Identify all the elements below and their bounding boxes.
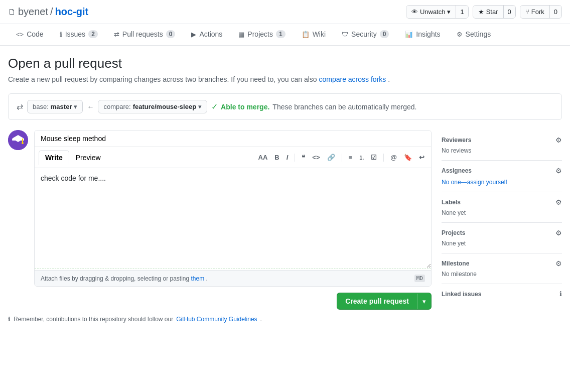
star-btn-group: ★ Star 0	[473, 5, 516, 19]
milestone-value: No milestone	[442, 271, 562, 278]
tab-preview[interactable]: Preview	[69, 150, 107, 165]
pr-icon: ⇄	[114, 31, 119, 38]
merge-status: ✓ Able to merge. These branches can be a…	[211, 102, 416, 111]
base-branch-select[interactable]: base: master ▾	[27, 100, 83, 113]
create-pr-button-group: Create pull request ▾	[337, 293, 432, 310]
toolbar-task-list-btn[interactable]: ☑	[368, 152, 379, 163]
info-icon: ℹ	[8, 316, 11, 323]
page-subtitle: Create a new pull request by comparing c…	[8, 75, 562, 83]
chevron-down-icon: ▾	[447, 8, 451, 16]
compare-chevron-icon: ▾	[198, 103, 202, 110]
pr-form-with-avatar: Write Preview AA B I ❝ <> 🔗 ≡	[8, 130, 432, 287]
footer-note: ℹ Remember, contributions to this reposi…	[8, 316, 432, 323]
pr-body-textarea[interactable]: check code for me....	[35, 168, 431, 269]
issues-icon: ℹ	[60, 31, 62, 38]
create-pr-button[interactable]: Create pull request	[337, 293, 417, 309]
reviewers-section: Reviewers ⚙ No reviews	[442, 130, 562, 161]
pr-form-layout: Write Preview AA B I ❝ <> 🔗 ≡	[8, 130, 562, 323]
actions-icon: ▶	[191, 31, 196, 38]
toolbar-link-btn[interactable]: 🔗	[325, 152, 338, 163]
insights-icon: 📊	[405, 31, 413, 38]
page-title: Open a pull request	[8, 56, 562, 71]
repo-nav: <> Code ℹ Issues 2 ⇄ Pull requests 0 ▶ A…	[0, 24, 570, 46]
projects-section: Projects ⚙ None yet	[442, 223, 562, 253]
toolbar-heading-btn[interactable]: AA	[256, 152, 270, 163]
pr-title-input[interactable]	[35, 130, 431, 147]
assignees-value[interactable]: No one—assign yourself	[442, 179, 507, 186]
labels-gear-button[interactable]: ⚙	[555, 198, 562, 206]
attach-bar: Attach files by dragging & dropping, sel…	[35, 270, 431, 286]
watch-btn-group: 👁 Unwatch ▾ 1	[406, 5, 469, 19]
tab-insights[interactable]: 📊 Insights	[397, 24, 448, 45]
milestone-gear-button[interactable]: ⚙	[555, 259, 562, 268]
watch-button[interactable]: 👁 Unwatch ▾	[406, 6, 456, 18]
tab-projects[interactable]: ▦ Projects 1	[230, 24, 293, 45]
community-guidelines-link[interactable]: GitHub Community Guidelines	[176, 316, 257, 323]
compare-forks-link[interactable]: compare across forks	[319, 75, 386, 83]
main-content: Open a pull request Create a new pull re…	[0, 46, 570, 333]
tab-wiki[interactable]: 📋 Wiki	[294, 24, 334, 45]
toolbar-mention-btn[interactable]: @	[388, 152, 399, 163]
toolbar-reference-btn[interactable]: 🔖	[401, 152, 414, 163]
repo-sep: /	[50, 6, 53, 18]
toolbar-quote-btn[interactable]: ❝	[299, 152, 308, 163]
assignees-section: Assignees ⚙ No one—assign yourself	[442, 161, 562, 192]
projects-title: Projects	[442, 229, 465, 236]
fork-btn-group: ⑂ Fork 0	[520, 5, 562, 19]
tab-security[interactable]: 🛡 Security 0	[334, 24, 397, 45]
fork-icon: ⑂	[525, 8, 529, 16]
tab-actions[interactable]: ▶ Actions	[183, 24, 230, 45]
projects-icon: ▦	[238, 31, 244, 38]
toolbar-divider-2	[342, 154, 342, 162]
pr-form-main: Write Preview AA B I ❝ <> 🔗 ≡	[8, 130, 432, 323]
projects-badge: 1	[276, 30, 286, 38]
check-icon: ✓	[211, 102, 218, 111]
tab-write[interactable]: Write	[39, 150, 69, 165]
attach-text: Attach files by dragging & dropping, sel…	[41, 275, 208, 282]
labels-value: None yet	[442, 209, 562, 216]
base-chevron-icon: ▾	[74, 103, 77, 110]
toolbar-reply-btn[interactable]: ↩	[416, 152, 427, 163]
toolbar-bold-btn[interactable]: B	[272, 152, 281, 163]
chevron-down-icon: ▾	[422, 298, 426, 305]
attach-link[interactable]: them	[191, 275, 205, 282]
shield-icon: 🛡	[342, 31, 348, 38]
repo-name[interactable]: hoc-git	[55, 6, 89, 18]
star-button[interactable]: ★ Star	[473, 6, 503, 18]
toolbar-unordered-list-btn[interactable]: ≡	[346, 152, 355, 163]
branch-swap-icon: ⇄	[17, 102, 23, 111]
toolbar-divider-1	[295, 154, 295, 162]
tab-issues[interactable]: ℹ Issues 2	[52, 24, 106, 45]
create-pr-dropdown-button[interactable]: ▾	[417, 294, 431, 309]
top-bar: 🗋 byenet / hoc-git 👁 Unwatch ▾ 1 ★ Star …	[0, 0, 570, 24]
editor-tab-list: Write Preview	[39, 150, 107, 165]
wiki-icon: 📋	[302, 31, 310, 38]
assignees-gear-button[interactable]: ⚙	[555, 167, 562, 175]
linked-issues-title: Linked issues	[442, 291, 481, 298]
toolbar-italic-btn[interactable]: I	[284, 152, 291, 163]
reviewers-gear-button[interactable]: ⚙	[555, 136, 562, 144]
editor-tabs-bar: Write Preview AA B I ❝ <> 🔗 ≡	[35, 147, 431, 168]
projects-gear-button[interactable]: ⚙	[555, 229, 562, 237]
toolbar-ordered-list-btn[interactable]: 1.	[357, 153, 366, 163]
star-count: 0	[503, 6, 515, 18]
pr-form-box: Write Preview AA B I ❝ <> 🔗 ≡	[34, 130, 432, 287]
repo-icon: 🗋	[8, 8, 16, 17]
toolbar-code-btn[interactable]: <>	[310, 152, 322, 163]
watch-count: 1	[456, 6, 468, 18]
compare-branch-select[interactable]: compare: feature/mouse-sleep ▾	[98, 100, 207, 113]
code-icon: <>	[16, 31, 24, 38]
pr-badge: 0	[166, 30, 176, 38]
markdown-icon: MD	[414, 275, 425, 282]
tab-pull-requests[interactable]: ⇄ Pull requests 0	[106, 24, 184, 45]
milestone-section: Milestone ⚙ No milestone	[442, 253, 562, 284]
top-actions: 👁 Unwatch ▾ 1 ★ Star 0 ⑂ Fork 0	[406, 5, 562, 19]
toolbar-divider-3	[383, 154, 384, 162]
watch-label: Unwatch	[420, 8, 446, 16]
tab-settings[interactable]: ⚙ Settings	[449, 24, 499, 45]
tab-code[interactable]: <> Code	[8, 24, 52, 45]
svg-point-4	[22, 142, 24, 144]
editor-toolbar: AA B I ❝ <> 🔗 ≡ 1. ☑ @	[256, 152, 427, 163]
projects-value: None yet	[442, 240, 562, 247]
fork-button[interactable]: ⑂ Fork	[520, 6, 549, 18]
